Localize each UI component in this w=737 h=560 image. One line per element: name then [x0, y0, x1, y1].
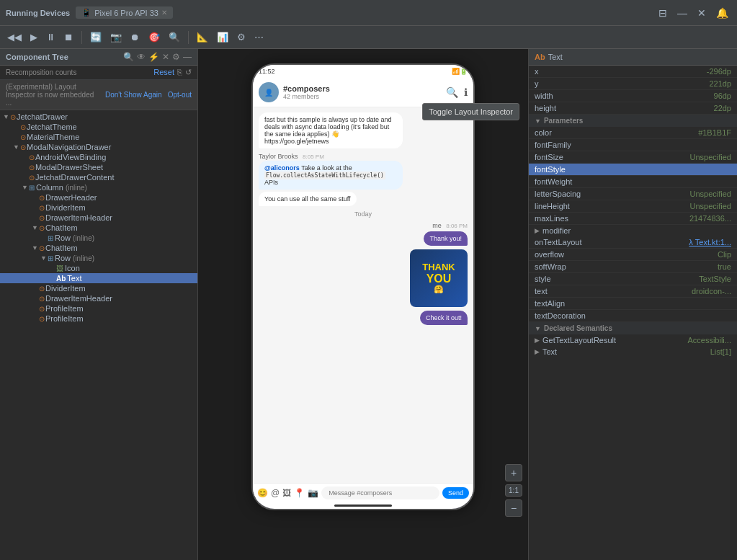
arrow-DrawerItemHeader2	[32, 295, 39, 302]
record-icon[interactable]: ⏺	[128, 30, 143, 44]
attr-row-onTextLayout[interactable]: onTextLayout λ Text.kt:1...	[529, 236, 737, 249]
copy-icon[interactable]: ⎘	[177, 68, 182, 77]
close-window-icon[interactable]: ✕	[694, 6, 709, 20]
tree-item-Row1[interactable]: ⊞ Row (inline)	[0, 233, 197, 243]
device-tab[interactable]: 📱 Pixel 6 Pro API 33 ✕	[76, 6, 173, 19]
attr-val-onTextLayout[interactable]: λ Text.kt:1...	[689, 238, 731, 246]
attr-row-softWrap[interactable]: softWrap true	[529, 261, 737, 273]
banner-text: (Experimental) Layout Inspector is now e…	[6, 83, 99, 107]
recomp-reset[interactable]: Reset	[153, 68, 174, 77]
tree-item-DrawerItemHeader1[interactable]: ⊙ DrawerItemHeader	[0, 213, 197, 223]
attr-row-style[interactable]: style TextStyle	[529, 273, 737, 285]
more-icon[interactable]: ⋯	[251, 30, 267, 44]
attr-row-textAlign[interactable]: textAlign	[529, 298, 737, 310]
tree-item-ProfileItem1[interactable]: ⊙ ProfileItem	[0, 303, 197, 314]
tree-item-JetchatTheme[interactable]: ⊙ JetchatTheme	[0, 122, 197, 132]
chart-icon[interactable]: 📊	[214, 30, 231, 44]
message-input[interactable]	[321, 486, 439, 499]
attr-key-lineHeight: lineHeight	[535, 202, 690, 210]
attr-row-width[interactable]: width 96dp	[529, 90, 737, 102]
screenshot-icon[interactable]: 📷	[107, 30, 125, 44]
attr-row-GetTextLayoutResult[interactable]: ▶ GetTextLayoutResult Accessibili...	[529, 334, 737, 346]
attr-row-maxLines[interactable]: maxLines 21474836...	[529, 213, 737, 225]
attr-row-fontFamily[interactable]: fontFamily	[529, 139, 737, 151]
collapse-icon[interactable]: —	[183, 52, 192, 62]
attr-row-fontSize[interactable]: fontSize Unspecified	[529, 151, 737, 164]
tree-item-AndroidViewBinding[interactable]: ⊙ AndroidViewBinding	[0, 152, 197, 162]
attr-row-text[interactable]: text droidcon-...	[529, 285, 737, 298]
camera-icon[interactable]: 📷	[308, 488, 318, 498]
tree-item-ChatItem2[interactable]: ▼ ⊙ ChatItem	[0, 243, 197, 253]
compose-icon-ProfileItem1: ⊙	[39, 305, 45, 313]
tree-item-Row2[interactable]: ▼ ⊞ Row (inline)	[0, 253, 197, 263]
filter-icon[interactable]: ⚡	[148, 52, 159, 62]
tree-item-MaterialTheme[interactable]: ⊙ MaterialTheme	[0, 132, 197, 142]
stop-icon[interactable]: ⏹	[61, 30, 76, 44]
attr-row-color[interactable]: color #1B1B1F	[529, 127, 737, 139]
settings-icon[interactable]: ⚙	[234, 30, 249, 44]
zoom-minus-button[interactable]: −	[505, 499, 522, 517]
emoji-icon[interactable]: 😊	[257, 488, 268, 498]
rotate-icon[interactable]: 🔄	[87, 30, 104, 44]
send-button[interactable]: Send	[442, 487, 469, 499]
compose-icon-ModalDrawerSheet: ⊙	[29, 164, 35, 172]
minimize-icon[interactable]: —	[674, 6, 690, 20]
gear-tree-icon[interactable]: ⚙	[172, 52, 180, 62]
tree-item-Column[interactable]: ▼ ⊞ Column (inline)	[0, 182, 197, 192]
chat-input-area: 😊 @ 🖼 📍 📷 Send	[253, 483, 473, 502]
search-chat-icon[interactable]: 🔍	[446, 86, 458, 98]
zoom-ratio-label[interactable]: 1:1	[505, 484, 522, 497]
layout-icon[interactable]: 📐	[194, 30, 211, 44]
attr-text-label: Text	[548, 53, 563, 61]
mention-icon[interactable]: @	[271, 488, 280, 498]
attr-row-letterSpacing[interactable]: letterSpacing Unspecified	[529, 188, 737, 200]
opt-out-button[interactable]: Opt-out	[168, 91, 192, 99]
pause-icon[interactable]: ⏸	[43, 30, 58, 44]
tree-item-JetchatDrawerContent[interactable]: ⊙ JetchatDrawerContent	[0, 172, 197, 182]
attr-row-textDecoration[interactable]: textDecoration	[529, 310, 737, 322]
location-icon[interactable]: 📍	[294, 488, 305, 498]
tree-item-ModalNavigationDrawer[interactable]: ▼ ⊙ ModalNavigationDrawer	[0, 142, 197, 152]
back-back-icon[interactable]: ◀◀	[4, 30, 24, 44]
declared-semantics-section[interactable]: ▼ Declared Semantics	[529, 322, 737, 334]
tree-item-ModalDrawerSheet[interactable]: ⊙ ModalDrawerSheet	[0, 162, 197, 172]
tree-item-Icon[interactable]: 🖼 Icon	[0, 263, 197, 273]
attr-row-lineHeight[interactable]: lineHeight Unspecified	[529, 200, 737, 213]
zoom-plus-button[interactable]: +	[505, 464, 522, 481]
attr-key-Text-semantics: Text	[542, 347, 710, 356]
tree-item-ChatItem1[interactable]: ▼ ⊙ ChatItem	[0, 223, 197, 233]
center-panel: Toggle Layout Inspector 11:52 📶🔋 👤 #comp…	[198, 49, 528, 560]
target-icon[interactable]: 🎯	[146, 30, 163, 44]
attr-row-modifier[interactable]: ▶ modifier	[529, 225, 737, 236]
tree-item-DrawerHeader[interactable]: ⊙ DrawerHeader	[0, 192, 197, 203]
close-tree-icon[interactable]: ✕	[162, 52, 169, 62]
zoom-icon[interactable]: 🔍	[166, 30, 183, 44]
attr-row-Text-semantics[interactable]: ▶ Text List[1]	[529, 346, 737, 357]
attr-row-fontWeight[interactable]: fontWeight	[529, 176, 737, 188]
tab-label: Pixel 6 Pro API 33	[94, 9, 158, 17]
eye-icon[interactable]: 👁	[137, 52, 146, 62]
attr-row-x[interactable]: x -296dp	[529, 66, 737, 78]
gettext-arrow: ▶	[535, 337, 540, 344]
info-icon[interactable]: ℹ	[464, 86, 468, 98]
notification-icon[interactable]: 🔔	[713, 6, 731, 20]
attr-row-fontStyle[interactable]: fontStyle	[529, 164, 737, 176]
attr-row-overflow[interactable]: overflow Clip	[529, 249, 737, 261]
dont-show-again-button[interactable]: Don't Show Again	[105, 91, 162, 99]
tree-item-Text[interactable]: Ab Text	[0, 273, 197, 283]
tab-close-icon[interactable]: ✕	[161, 9, 167, 17]
search-tree-icon[interactable]: 🔍	[123, 52, 134, 62]
tree-item-DrawerItemHeader2[interactable]: ⊙ DrawerItemHeader	[0, 293, 197, 303]
date-divider: Today	[256, 210, 470, 218]
tree-item-JetchatDrawer[interactable]: ▼ ⊙ JetchatDrawer	[0, 112, 197, 122]
tree-item-ProfileItem2[interactable]: ⊙ ProfileItem	[0, 314, 197, 324]
image-icon[interactable]: 🖼	[282, 488, 291, 498]
attr-row-height[interactable]: height 22dp	[529, 102, 737, 115]
tree-item-DividerItem1[interactable]: ⊙ DividerItem	[0, 203, 197, 213]
split-icon[interactable]: ⊟	[656, 6, 670, 20]
attr-row-y[interactable]: y 221dp	[529, 78, 737, 90]
play-icon[interactable]: ▶	[27, 30, 40, 44]
parameters-section[interactable]: ▼ Parameters	[529, 115, 737, 127]
tree-item-DividerItem2[interactable]: ⊙ DividerItem	[0, 283, 197, 293]
refresh-icon[interactable]: ↺	[185, 68, 192, 77]
